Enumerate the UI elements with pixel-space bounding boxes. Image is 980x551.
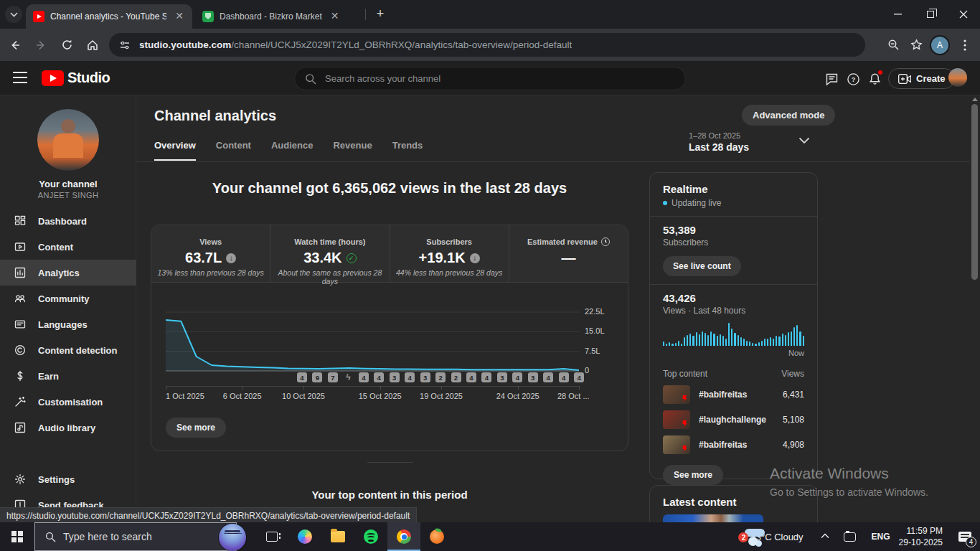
feedback-bubble-button[interactable] [824,71,839,87]
browser-tab-youtube-studio[interactable]: Channel analytics - YouTube St ✕ [26,4,192,29]
sidebar-item-analytics[interactable]: Analytics [0,260,136,286]
video-count-marker[interactable]: 4 [374,372,384,382]
fl-studio-button[interactable] [420,522,453,551]
views-column-label: Views [781,369,804,379]
youtube-logo-icon[interactable] [42,70,64,86]
bookmark-button[interactable] [905,34,927,56]
new-tab-button[interactable]: + [372,6,389,23]
video-count-marker[interactable]: 4 [512,372,522,382]
search-highlight-image[interactable] [219,524,246,551]
tab-overview[interactable]: Overview [154,140,196,161]
video-count-marker[interactable]: 4 [574,372,584,382]
sidebar-item-settings[interactable]: Settings [0,466,136,492]
see-more-button[interactable]: See more [166,418,226,438]
video-count-marker[interactable]: 4 [559,372,569,382]
tab-close-icon[interactable]: ✕ [329,11,341,22]
video-count-marker[interactable]: 7 [328,372,338,382]
action-center-button[interactable]: 4 [953,522,977,551]
chevron-up-icon [821,533,829,539]
advanced-mode-button[interactable]: Advanced mode [742,105,835,126]
task-view-button[interactable] [255,522,288,551]
tab-revenue[interactable]: Revenue [333,140,372,161]
back-button[interactable] [4,34,26,56]
tab-trends[interactable]: Trends [392,140,423,161]
studio-search-bar[interactable]: Search across your channel [294,67,686,90]
video-count-marker[interactable]: 4 [359,372,369,382]
sidebar-item-audio-library[interactable]: Audio library [0,415,136,441]
realtime-views-count: 43,426 [663,292,804,304]
metric-card-views[interactable]: Views63.7L↓13% less than previous 28 day… [151,225,270,282]
divider [650,284,817,285]
start-button[interactable] [0,522,34,551]
chevron-down-icon[interactable] [798,137,810,144]
sidebar-item-dashboard[interactable]: Dashboard [0,208,136,234]
top-content-row[interactable]: #babifreitas6,431 [663,385,804,404]
video-count-marker[interactable]: 4 [466,372,476,382]
notifications-button[interactable] [867,71,882,87]
sidebar-item-content-detection[interactable]: Content detection [0,337,136,363]
file-explorer-button[interactable] [321,522,354,551]
page-scrollbar[interactable] [970,95,980,522]
metric-card-subscribers[interactable]: Subscribers+19.1K↓44% less than previous… [390,225,509,282]
see-live-count-button[interactable]: See live count [663,256,741,276]
url-bar[interactable]: studio.youtube.com/channel/UCKJ5xZ029IT2… [109,33,865,57]
home-button[interactable] [82,34,103,56]
forward-button[interactable] [30,34,52,56]
video-count-marker[interactable]: 9 [312,372,322,382]
restore-button[interactable] [914,0,947,29]
zoom-out-page-button[interactable] [882,34,904,56]
browser-tab-bizkro[interactable]: Dashboard - Bizkro Market ✕ [195,4,362,29]
menu-button[interactable] [13,72,27,83]
shorts-bolt-icon[interactable]: ϟ [343,372,353,382]
video-count-marker[interactable]: 2 [451,372,461,382]
metric-card-estimated-revenue[interactable]: Estimated revenue— [509,225,628,282]
metric-card-watch-time-hours-[interactable]: Watch time (hours)33.4K✓About the same a… [270,225,389,282]
date-range-picker[interactable]: 1–28 Oct 2025 Last 28 days [689,131,804,153]
touch-keyboard-icon[interactable] [844,532,856,542]
tab-audience[interactable]: Audience [271,140,314,161]
scrollbar-up-arrow[interactable] [972,98,978,101]
realtime-see-more-button[interactable]: See more [663,465,723,485]
tab-search-button[interactable] [5,6,22,23]
video-count-marker[interactable]: 3 [528,372,538,382]
x-tick-mark [579,386,580,390]
create-button[interactable]: Create [888,68,955,89]
top-content-row[interactable]: #laughchallenge5,108 [663,410,804,429]
weather-widget[interactable]: 2 23°C Cloudy [745,532,803,542]
studio-profile-avatar[interactable] [948,68,967,87]
video-count-marker[interactable]: 4 [543,372,553,382]
sidebar-item-earn[interactable]: Earn [0,363,136,389]
video-count-marker[interactable]: 4 [481,372,491,382]
metric-strip: Views63.7L↓13% less than previous 28 day… [151,225,628,283]
channel-avatar[interactable] [37,109,99,171]
reload-button[interactable] [56,34,77,56]
video-count-marker[interactable]: 3 [497,372,507,382]
studio-brand[interactable]: Studio [67,70,110,86]
sidebar-item-community[interactable]: Community [0,286,136,311]
video-count-marker[interactable]: 4 [405,372,415,382]
site-settings-icon[interactable] [119,39,131,51]
chrome-button[interactable] [387,522,420,551]
video-count-marker[interactable]: 3 [420,372,430,382]
video-count-marker[interactable]: 3 [390,372,400,382]
minimize-button[interactable] [881,0,914,29]
scrollbar-thumb[interactable] [971,104,978,280]
language-indicator[interactable]: ENG [872,532,890,542]
sidebar-item-languages[interactable]: Languages [0,311,136,337]
browser-profile-avatar[interactable]: A [930,35,950,55]
sidebar-item-content[interactable]: Content [0,234,136,260]
copilot-button[interactable] [288,522,321,551]
help-button[interactable]: ? [845,71,861,87]
spotify-button[interactable] [354,522,387,551]
video-count-marker[interactable]: 4 [297,372,307,382]
video-count-marker[interactable]: 2 [435,372,446,382]
taskbar-search-box[interactable]: Type here to search [34,522,237,551]
close-window-button[interactable] [947,0,980,29]
tab-close-icon[interactable]: ✕ [174,11,185,22]
top-content-row[interactable]: #babifreitas4,908 [663,435,804,454]
browser-menu-button[interactable] [954,34,976,56]
sidebar-item-customisation[interactable]: Customisation [0,389,136,415]
tab-content[interactable]: Content [216,140,251,161]
taskbar-clock[interactable]: 11:59 PM 29-10-2025 [899,525,943,548]
tray-expand-button[interactable] [821,533,829,539]
